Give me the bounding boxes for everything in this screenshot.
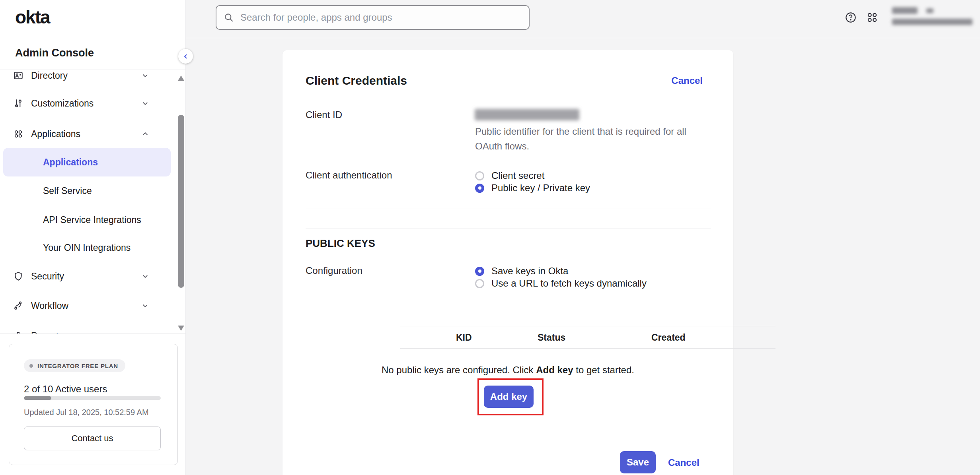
console-title: Admin Console xyxy=(15,47,94,59)
column-header-kid: KID xyxy=(456,332,472,343)
progressbar-fill xyxy=(24,396,51,400)
security-icon xyxy=(13,271,23,281)
radio-client-secret[interactable]: Client secret xyxy=(475,170,544,181)
column-header-created: Created xyxy=(651,332,686,343)
plan-badge: INTEGRATOR FREE PLAN xyxy=(24,359,125,372)
search-input[interactable] xyxy=(240,12,518,23)
sidebar-item-label: Security xyxy=(31,271,64,282)
okta-admin-console: okta Admin Console Directory Customizati… xyxy=(0,0,980,475)
chevron-down-icon xyxy=(142,72,149,79)
customizations-icon xyxy=(13,98,23,109)
radio-button-unselected[interactable] xyxy=(475,279,484,288)
reports-icon xyxy=(13,331,23,334)
top-header xyxy=(186,0,980,38)
sidebar-item-directory[interactable]: Directory xyxy=(0,70,175,85)
sidebar-item-workflow[interactable]: Workflow xyxy=(0,296,175,315)
search-icon xyxy=(224,12,234,23)
sidebar-subitem-your-oin-integrations[interactable]: Your OIN Integrations xyxy=(0,239,175,256)
sidebar-item-security[interactable]: Security xyxy=(0,267,175,286)
sidebar-item-applications[interactable]: Applications xyxy=(0,124,175,143)
cancel-link-top[interactable]: Cancel xyxy=(671,75,703,86)
plan-updated-timestamp: Updated Jul 18, 2025, 10:52:59 AM xyxy=(24,408,149,417)
radio-save-keys-in-okta[interactable]: Save keys in Okta xyxy=(475,266,568,277)
sidebar-item-label: Directory xyxy=(31,70,68,81)
save-button[interactable]: Save xyxy=(620,451,656,473)
user-account-menu[interactable] xyxy=(892,5,976,29)
scrollbar-thumb[interactable] xyxy=(178,115,184,288)
client-authentication-label: Client authentication xyxy=(306,170,392,181)
workflow-icon xyxy=(13,301,23,311)
scrollbar-up-arrow[interactable] xyxy=(178,76,184,81)
sidebar-item-label: Reports xyxy=(31,331,63,334)
public-keys-table: KID Status Created xyxy=(400,326,775,349)
sidebar-item-label: Workflow xyxy=(31,301,68,311)
global-search xyxy=(216,5,530,30)
configuration-label: Configuration xyxy=(306,265,362,276)
org-name-redacted xyxy=(892,19,972,25)
sidebar-item-label: Customizations xyxy=(31,98,94,109)
active-users-progressbar xyxy=(24,396,161,400)
column-header-status: Status xyxy=(538,332,565,343)
app-switcher-button[interactable] xyxy=(864,10,880,25)
radio-button-unselected[interactable] xyxy=(475,171,484,180)
help-button[interactable] xyxy=(843,10,859,25)
chevron-down-icon xyxy=(142,100,149,107)
sidebar-item-label: Applications xyxy=(31,129,80,140)
client-id-help-text: Public identifier for the client that is… xyxy=(475,124,706,153)
scrollbar-down-arrow[interactable] xyxy=(178,326,184,331)
sidebar-subitem-api-service-integrations[interactable]: API Service Integrations xyxy=(0,211,175,229)
section-divider xyxy=(306,229,711,229)
active-users-count: 2 of 10 Active users xyxy=(24,384,107,395)
cancel-link-bottom[interactable]: Cancel xyxy=(668,457,699,468)
directory-icon xyxy=(13,70,23,81)
radio-button-selected[interactable] xyxy=(475,184,484,193)
radio-public-private-key[interactable]: Public key / Private key xyxy=(475,182,590,194)
chevron-down-icon xyxy=(142,273,149,280)
sidebar-subitem-applications[interactable]: Applications xyxy=(0,153,175,171)
okta-logo: okta xyxy=(15,6,50,28)
sidebar-item-reports[interactable]: Reports xyxy=(0,326,175,334)
user-name-redacted xyxy=(892,7,918,14)
plan-status-dot xyxy=(29,364,33,368)
empty-state-message: No public keys are configured. Click Add… xyxy=(283,364,733,376)
sidebar-collapse-button[interactable] xyxy=(178,49,193,64)
radio-fetch-keys-url[interactable]: Use a URL to fetch keys dynamically xyxy=(475,278,647,289)
page-title: Client Credentials xyxy=(306,74,407,87)
app-switcher-icon xyxy=(866,12,878,23)
contact-us-button[interactable]: Contact us xyxy=(24,427,161,450)
chevron-left-icon xyxy=(183,53,189,60)
applications-icon xyxy=(13,129,23,139)
radio-button-selected[interactable] xyxy=(475,267,484,276)
add-key-button[interactable]: Add key xyxy=(484,386,534,408)
client-id-value-redacted xyxy=(475,109,579,120)
section-divider xyxy=(306,209,711,209)
client-credentials-card: Client Credentials Cancel Client ID Publ… xyxy=(283,50,733,475)
chevron-up-icon xyxy=(142,130,149,138)
client-id-label: Client ID xyxy=(306,109,342,120)
sidebar-nav: Directory Customizations Applications xyxy=(0,70,186,334)
sidebar: okta Admin Console Directory Customizati… xyxy=(0,0,186,475)
help-icon xyxy=(845,12,857,23)
table-header-row: KID Status Created xyxy=(400,326,775,349)
public-keys-heading: PUBLIC KEYS xyxy=(306,237,375,250)
chevron-down-icon xyxy=(926,8,933,13)
sidebar-subitem-self-service[interactable]: Self Service xyxy=(0,182,175,200)
sidebar-item-customizations[interactable]: Customizations xyxy=(0,94,175,113)
plan-panel: INTEGRATOR FREE PLAN 2 of 10 Active user… xyxy=(9,344,178,465)
chevron-down-icon xyxy=(142,302,149,309)
